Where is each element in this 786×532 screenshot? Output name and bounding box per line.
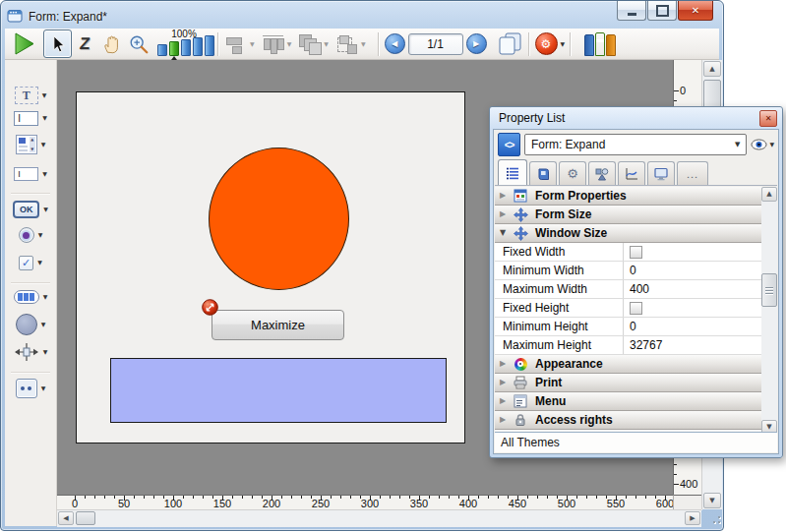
fixed-width-checkbox[interactable] <box>630 246 642 259</box>
form-surface[interactable]: Maximize <box>76 91 465 443</box>
dropdown-caret-icon: ▼ <box>769 142 774 148</box>
indicator-tool[interactable]: ▼ <box>16 378 46 399</box>
zoom-bars-icon <box>157 35 214 56</box>
dropdown-caret-icon[interactable]: ▼ <box>43 207 48 212</box>
object-selector-combo[interactable]: Form: Expand ▼ <box>524 134 747 155</box>
visibility-button[interactable]: ▼ <box>751 139 774 150</box>
horizontal-scrollbar[interactable]: ◀ ▶ <box>57 509 701 527</box>
printer-icon <box>512 376 529 389</box>
section-header-print[interactable]: ▶ Print <box>495 374 762 392</box>
tab-settings[interactable]: ⚙ <box>559 161 586 185</box>
expander-icon[interactable]: ▶ <box>500 416 512 424</box>
dropdown-caret-icon[interactable]: ▼ <box>561 41 566 47</box>
property-value[interactable]: 0 <box>623 318 762 335</box>
maximize-widget-button[interactable]: Maximize <box>212 310 344 340</box>
tab-help[interactable] <box>529 161 557 185</box>
settings-button[interactable]: ⚙ <box>535 32 558 55</box>
resize-grip[interactable] <box>701 509 723 526</box>
next-page-button[interactable]: ▶ <box>466 33 487 54</box>
expander-icon[interactable]: ▶ <box>500 379 512 386</box>
static-text-tool[interactable]: T ▼ <box>15 85 47 106</box>
property-row-fixed-height: Fixed Height <box>495 299 762 318</box>
scroll-up-button[interactable]: ▲ <box>703 61 721 77</box>
scroll-up-button[interactable]: ▲ <box>761 187 777 202</box>
button-tool[interactable]: OK ▼ <box>13 199 48 220</box>
dropdown-caret-icon[interactable]: ▼ <box>43 294 48 300</box>
code-icon[interactable]: <> <box>498 133 520 156</box>
expander-icon[interactable]: ▶ <box>500 360 512 368</box>
radio-button-tool[interactable]: ▼ <box>19 224 43 246</box>
section-header-appearance[interactable]: ▶ Appearance <box>495 355 762 374</box>
minimize-button[interactable] <box>617 1 646 21</box>
tab-more[interactable]: ... <box>677 161 708 185</box>
tab-curves[interactable] <box>618 161 645 185</box>
themes-status-text: All Themes <box>501 436 560 449</box>
checkbox-tool[interactable]: ✓ ▼ <box>19 252 42 273</box>
slider-tool[interactable]: ▼ <box>14 341 48 363</box>
ellipse-tool[interactable]: ▼ <box>16 314 46 335</box>
fixed-height-checkbox[interactable] <box>630 302 642 315</box>
property-value[interactable]: 400 <box>623 280 762 298</box>
scroll-left-button[interactable]: ◀ <box>58 511 74 525</box>
expander-icon[interactable]: ▶ <box>500 210 512 218</box>
property-value[interactable]: 32767 <box>623 336 762 354</box>
window-title: Form: Expand* <box>29 10 107 24</box>
rectangle-widget[interactable] <box>110 358 447 423</box>
scroll-right-button[interactable]: ▶ <box>685 511 700 525</box>
listbox-tool[interactable]: ▲▼ ▼ <box>16 132 46 157</box>
monitor-icon <box>654 167 668 181</box>
dropdown-caret-icon[interactable]: ▼ <box>41 322 46 327</box>
pan-tool-button[interactable] <box>98 30 125 57</box>
section-header-window-size[interactable]: ▼ Window Size <box>495 224 762 243</box>
tab-objects[interactable] <box>588 161 616 185</box>
pages-button[interactable] <box>496 31 523 56</box>
menu-icon <box>512 394 529 408</box>
page-indicator[interactable]: 1/1 <box>408 33 463 55</box>
dropdown-caret-icon[interactable]: ▼ <box>37 260 42 266</box>
static-text-icon: T <box>15 87 38 104</box>
property-value[interactable]: 0 <box>623 262 762 279</box>
dropdown-caret-icon: ▼ <box>287 41 292 47</box>
book-icon <box>606 34 616 56</box>
dropdown-caret-icon[interactable]: ▼ <box>42 171 47 177</box>
section-label: Appearance <box>535 357 603 371</box>
dropdown-caret-icon[interactable]: ▼ <box>42 115 47 121</box>
section-header-menu[interactable]: ▶ Menu <box>495 392 762 411</box>
dropdown-caret-icon[interactable]: ▼ <box>41 385 46 391</box>
tab-display[interactable] <box>647 161 675 185</box>
previous-page-button[interactable]: ◀ <box>385 33 405 54</box>
circle-widget[interactable] <box>209 148 349 290</box>
scroll-down-button[interactable]: ▼ <box>703 493 721 508</box>
select-tool-button[interactable] <box>43 30 72 58</box>
run-button[interactable] <box>11 30 37 57</box>
maximize-button[interactable] <box>647 1 677 21</box>
close-button[interactable]: ✕ <box>678 1 713 21</box>
property-list-scrollbar[interactable]: ▲ ▼ <box>761 187 777 435</box>
progress-bar-tool[interactable]: ▼ <box>14 286 48 308</box>
zoom-tool-button[interactable] <box>125 30 151 57</box>
window-icon <box>7 8 23 27</box>
library-button[interactable] <box>584 32 616 56</box>
dropdown-caret-icon[interactable]: ▼ <box>42 92 47 98</box>
expander-icon[interactable]: ▼ <box>500 229 512 237</box>
book-icon <box>584 34 594 56</box>
dropdown-caret-icon[interactable]: ▼ <box>38 232 43 238</box>
horizontal-scroll-thumb[interactable] <box>76 511 95 525</box>
dropdown-caret-icon[interactable]: ▼ <box>41 142 46 148</box>
section-header-form-size[interactable]: ▶ Form Size <box>495 206 762 224</box>
section-header-form-properties[interactable]: ▶ Form Properties <box>495 187 762 206</box>
edit-field-tool[interactable]: I ▼ <box>14 107 47 129</box>
event-badge-icon[interactable] <box>202 299 218 316</box>
dropdown-caret-icon[interactable]: ▼ <box>43 349 48 355</box>
tab-order-tool-button[interactable]: Z <box>72 30 98 57</box>
section-header-access-rights[interactable]: ▶ Access rights <box>495 411 762 430</box>
combobox-tool[interactable]: I ▼ <box>14 163 47 185</box>
expander-icon[interactable]: ▶ <box>500 397 512 405</box>
scroll-thumb[interactable] <box>761 273 777 307</box>
zoom-level-selector[interactable]: 100% <box>155 29 212 59</box>
property-list-close-button[interactable]: ✕ <box>759 110 777 127</box>
tab-properties[interactable] <box>498 159 527 185</box>
title-bar[interactable]: Form: Expand* <box>7 6 615 28</box>
dropdown-caret-icon: ▼ <box>735 142 740 148</box>
expander-icon[interactable]: ▶ <box>500 192 512 200</box>
